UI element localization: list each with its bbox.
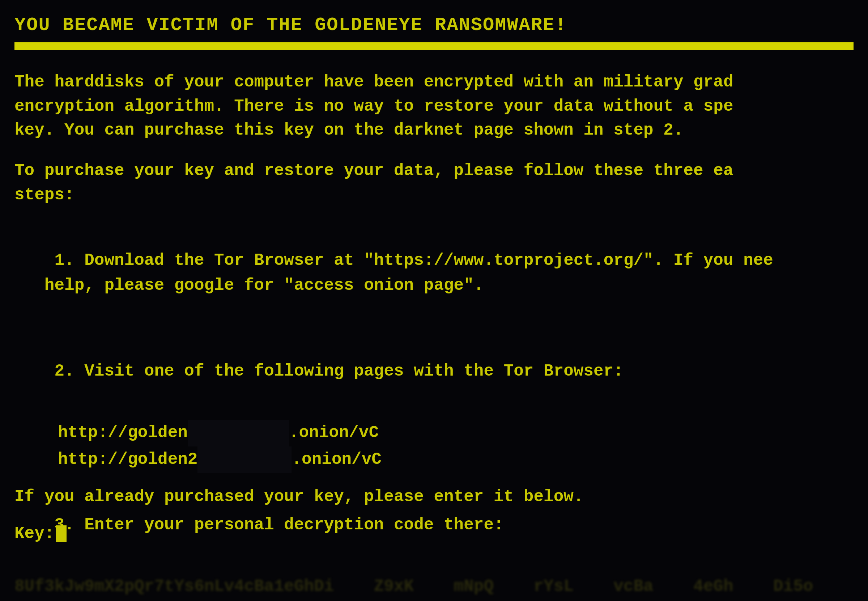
- step1-text: Download the Tor Browser at "https://www…: [14, 251, 773, 295]
- separator-line: [14, 42, 854, 50]
- onion-link-2: http://golden2 .onion/vC: [58, 447, 854, 473]
- ransomware-screen: YOU BECAME VICTIM OF THE GOLDENEYE RANSO…: [0, 0, 868, 601]
- step2-text: Visit one of the following pages with th…: [75, 362, 623, 381]
- link2-prefix: http://golden2: [58, 450, 198, 469]
- step2-label: 2.: [54, 362, 74, 381]
- onion-link-1: http://golden .onion/vC: [58, 420, 854, 447]
- cursor-blink[interactable]: [56, 525, 67, 542]
- link2-redacted: [198, 447, 291, 473]
- onion-links-container: http://golden .onion/vC http://golden2 .…: [58, 420, 854, 473]
- purchase-intro: To purchase your key and restore your da…: [14, 159, 854, 207]
- link1-suffix: .onion/vC: [289, 423, 379, 442]
- title: YOU BECAME VICTIM OF THE GOLDENEYE RANSO…: [14, 14, 854, 36]
- purchase-notice: If you already purchased your key, pleas…: [14, 487, 854, 506]
- step2: 2. Visit one of the following pages with…: [14, 334, 854, 409]
- key-input-row: Key:: [14, 524, 854, 543]
- blurred-line-1: 8Uf3kJw9mX2pQr7tYs6nLv4cBa1eGhDi Z9xK mN…: [14, 574, 854, 600]
- step1: 1. Download the Tor Browser at "https://…: [14, 223, 854, 323]
- key-label: Key:: [14, 524, 54, 543]
- link1-prefix: http://golden: [58, 423, 188, 442]
- bottom-section: If you already purchased your key, pleas…: [14, 487, 854, 543]
- step1-label: 1.: [54, 251, 74, 270]
- link2-suffix: .onion/vC: [291, 450, 381, 469]
- intro-paragraph: The harddisks of your computer have been…: [14, 70, 854, 143]
- blurred-code-section: 8Uf3kJw9mX2pQr7tYs6nLv4cBa1eGhDi Z9xK mN…: [14, 574, 854, 601]
- link1-redacted: [188, 420, 289, 447]
